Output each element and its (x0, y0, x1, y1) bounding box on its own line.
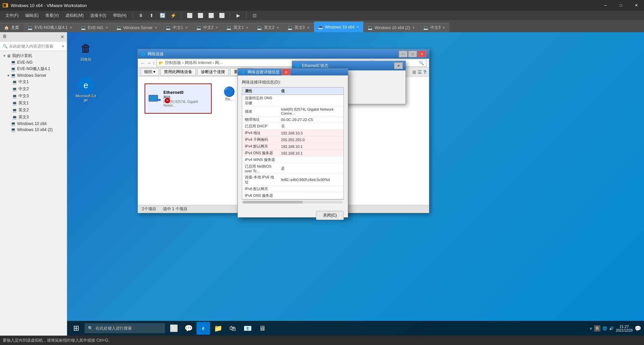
close-button[interactable]: ✕ (629, 0, 644, 11)
menu-vm[interactable]: 虚拟机(M) (63, 11, 86, 20)
toolbar-btn2[interactable]: ⬆ (147, 11, 156, 19)
col-val: 值 (278, 88, 343, 95)
menu-view[interactable]: 查看(V) (43, 11, 61, 20)
tab-close-icon9[interactable]: ✕ (357, 25, 359, 29)
view-icon2[interactable]: ☰ (418, 69, 422, 75)
tab-zh3[interactable]: 💻 中文3 ✕ (419, 23, 450, 32)
table-row: 连接-本地 IPv6 地址fe80::a4b0:860f:c8eb:5c90%4 (242, 174, 343, 186)
up-icon[interactable]: ↑ (153, 60, 155, 66)
maximize-button[interactable]: □ (613, 0, 629, 11)
taskbar-edge[interactable]: e (197, 322, 210, 335)
tab-close-icon5[interactable]: ✕ (215, 26, 218, 30)
start-button[interactable]: ⊞ (70, 322, 83, 335)
toolbar-btn6[interactable]: ⬜ (196, 11, 205, 19)
tab-close-icon11[interactable]: ✕ (442, 26, 445, 30)
tab-close-icon4[interactable]: ✕ (185, 26, 188, 30)
tab-en1[interactable]: 💻 英文1 ✕ (222, 23, 253, 32)
tab-win10-2[interactable]: 💻 Windows 10 x64 (2) ✕ (364, 23, 419, 32)
window-minimize-btn[interactable]: ─ (399, 51, 408, 57)
pause-btn[interactable]: ⏸ (136, 11, 146, 19)
taskbar-store[interactable]: 🛍 (226, 322, 239, 335)
scrollbar-thumb[interactable] (243, 201, 303, 204)
tab-zh1[interactable]: 💻 中文1 ✕ (162, 23, 192, 32)
sidebar-item-zh2[interactable]: 💻 中文2 (0, 85, 67, 93)
minimize-button[interactable]: ─ (598, 0, 613, 11)
tab-close-icon[interactable]: ✕ (70, 26, 72, 30)
tab-close-icon8[interactable]: ✕ (307, 26, 310, 30)
recycle-bin-icon[interactable]: 🗑 回收站 (74, 39, 98, 63)
tab-win10[interactable]: 💻 Windows 10 x64 ✕ (314, 21, 364, 32)
sidebar-item-eve-ng-lazy[interactable]: 💻 EVE-NG懒人版4.1 (0, 65, 67, 72)
sidebar-item-win10-2[interactable]: 💻 Windows 10 x64 (2) (0, 127, 67, 133)
taskbar-chat[interactable]: 💬 (182, 322, 195, 335)
menu-help[interactable]: 帮助(H) (110, 11, 129, 20)
sidebar-search-input[interactable] (9, 44, 62, 49)
tab-close-icon6[interactable]: ✕ (246, 26, 249, 30)
tab-home[interactable]: 🏠 主页 (0, 23, 23, 32)
organize-btn[interactable]: 组织 ▾ (141, 68, 159, 76)
forward-icon[interactable]: → (147, 60, 151, 66)
sidebar-item-win10[interactable]: 💻 Windows 10 x64 (0, 121, 67, 127)
sidebar-item-en3[interactable]: 💻 英文3 (0, 114, 67, 121)
sidebar-item-my-computer[interactable]: ▼ 🖥 我的计算机 (0, 52, 67, 59)
scrollbar-track[interactable] (243, 201, 343, 204)
toolbar-btn9[interactable]: ▶ (233, 11, 243, 19)
tab-en2[interactable]: 💻 英文2 ✕ (253, 23, 283, 32)
dropdown-icon[interactable]: ▾ (62, 44, 64, 49)
sidebar-item-en2[interactable]: 💻 英文2 (0, 107, 67, 114)
vm-content[interactable]: 🗑 回收站 e Microsoft Edge 🌐 网络连接 ─ □ ✕ (67, 32, 644, 336)
sidebar-item-eve-ng[interactable]: 💻 EVE-NG (0, 59, 67, 65)
dialog-close-btn[interactable]: ✕ (282, 69, 290, 75)
tab-close-icon10[interactable]: ✕ (412, 26, 415, 30)
ethernet0-item[interactable]: ✕ Ethernet0 网络 Intel(R) 82574L Gigabit N… (145, 83, 212, 114)
tray-network[interactable]: 🌐 (602, 326, 607, 331)
vm-icon9: 💻 (12, 115, 17, 120)
edge-icon[interactable]: e Microsoft Edge (74, 76, 98, 103)
sidebar-item-zh3[interactable]: 💻 中文3 (0, 93, 67, 100)
tab-close-icon3[interactable]: ✕ (155, 26, 157, 30)
tab-windows-server[interactable]: 💻 Windows Server ✕ (112, 23, 162, 32)
vm-desktop[interactable]: 🗑 回收站 e Microsoft Edge 🌐 网络连接 ─ □ ✕ (67, 32, 644, 336)
toolbar-btn4[interactable]: ⚡ (168, 11, 178, 19)
window-close-btn[interactable]: ✕ (418, 51, 426, 57)
taskbar-vm[interactable]: 🖥 (256, 322, 269, 335)
window-maximize-btn[interactable]: □ (408, 51, 417, 57)
taskbar-search[interactable]: 🔍 在此处键入进行搜索 (85, 323, 165, 333)
tab-en3[interactable]: 💻 英文3 ✕ (283, 23, 314, 32)
diagnose-btn[interactable]: 诊断这个连接 (197, 68, 229, 76)
toolbar-btn7[interactable]: ⬜ (206, 11, 216, 19)
sidebar-item-windows-server[interactable]: ▼ 💻 Windows Server (0, 72, 67, 78)
toolbar-btn3[interactable]: 🔄 (158, 11, 167, 19)
sidebar-close-icon[interactable]: ✕ (61, 35, 64, 39)
close-dialog-btn[interactable]: 关闭(C) (316, 211, 344, 220)
tab-eve-ng[interactable]: 💻 EVE-NG ✕ (77, 23, 112, 32)
help-icon[interactable]: ? (423, 69, 426, 75)
tray-notification[interactable]: 💬 (635, 325, 641, 332)
tab-eve-ng-lazy[interactable]: 💻 EVE-NG懒人版4.1 ✕ (23, 23, 77, 32)
sidebar-search-bar[interactable]: 🔍 ▾ (0, 42, 67, 51)
menu-file[interactable]: 文件(F) (3, 11, 21, 20)
sidebar-item-en1[interactable]: 💻 英文1 (0, 100, 67, 107)
tray-sound[interactable]: 🔊 (609, 326, 614, 331)
scrollbar[interactable] (242, 199, 344, 204)
menu-edit[interactable]: 编辑(E) (22, 11, 41, 20)
view-icon1[interactable]: ⊞ (412, 69, 416, 75)
taskbar-explorer[interactable]: 📁 (211, 322, 225, 335)
tray-clock[interactable]: 21:27 2021/12/29 (616, 325, 633, 332)
toolbar-btn10[interactable]: ⊡ (250, 11, 259, 19)
sidebar-item-zh1[interactable]: 💻 中文1 (0, 78, 67, 85)
prop-cell: 已启用 DHCP (242, 123, 278, 130)
table-row: 已启用 DHCP否 (242, 123, 343, 130)
tray-expand[interactable]: ∧ (590, 327, 592, 330)
toolbar-btn5[interactable]: ⬜ (185, 11, 194, 19)
tab-close-icon2[interactable]: ✕ (105, 26, 108, 30)
toolbar-btn8[interactable]: ⬜ (217, 11, 226, 19)
back-icon[interactable]: ← (141, 60, 145, 66)
taskbar-mail[interactable]: 📧 (241, 322, 254, 335)
tab-close-icon7[interactable]: ✕ (276, 26, 279, 30)
disable-btn[interactable]: 禁用此网络设备 (160, 68, 196, 76)
eth-status-close[interactable]: ✕ (394, 62, 403, 69)
tab-zh2[interactable]: 💻 中文2 ✕ (192, 23, 223, 32)
taskbar-task-view[interactable]: ⬜ (167, 322, 180, 335)
menu-tab[interactable]: 选项卡(I) (88, 11, 109, 20)
